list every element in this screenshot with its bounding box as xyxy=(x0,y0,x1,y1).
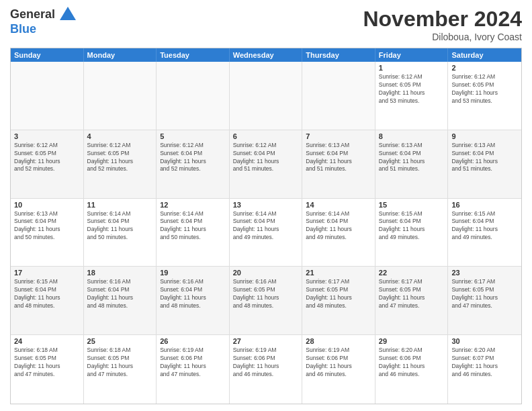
day-info: Sunrise: 6:12 AM Sunset: 6:05 PM Dayligh… xyxy=(379,73,445,105)
day-info: Sunrise: 6:13 AM Sunset: 6:04 PM Dayligh… xyxy=(306,142,371,174)
day-info: Sunrise: 6:14 AM Sunset: 6:04 PM Dayligh… xyxy=(306,210,371,242)
day-number: 5 xyxy=(160,132,226,140)
day-number: 4 xyxy=(87,132,153,140)
day-number: 10 xyxy=(14,201,80,209)
day-info: Sunrise: 6:20 AM Sunset: 6:07 PM Dayligh… xyxy=(451,347,518,379)
location: Diloboua, Ivory Coast xyxy=(363,32,522,42)
day-number: 11 xyxy=(87,201,153,209)
header-day-tuesday: Tuesday xyxy=(157,48,230,62)
cal-cell-1-5 xyxy=(302,62,375,130)
day-info: Sunrise: 6:14 AM Sunset: 6:04 PM Dayligh… xyxy=(233,210,299,242)
week-row-3: 10Sunrise: 6:13 AM Sunset: 6:04 PM Dayli… xyxy=(11,199,521,267)
day-info: Sunrise: 6:17 AM Sunset: 6:05 PM Dayligh… xyxy=(379,278,445,310)
day-info: Sunrise: 6:14 AM Sunset: 6:04 PM Dayligh… xyxy=(87,210,153,242)
day-info: Sunrise: 6:18 AM Sunset: 6:05 PM Dayligh… xyxy=(14,347,80,379)
cal-cell-4-5: 21Sunrise: 6:17 AM Sunset: 6:05 PM Dayli… xyxy=(302,267,375,334)
day-number: 27 xyxy=(233,337,299,345)
cal-cell-5-5: 28Sunrise: 6:19 AM Sunset: 6:06 PM Dayli… xyxy=(302,335,375,404)
day-number: 14 xyxy=(306,201,371,209)
day-info: Sunrise: 6:19 AM Sunset: 6:06 PM Dayligh… xyxy=(306,347,371,379)
day-number: 16 xyxy=(451,201,518,209)
cal-cell-2-6: 8Sunrise: 6:13 AM Sunset: 6:04 PM Daylig… xyxy=(375,130,449,198)
logo-text: General Blue xyxy=(10,7,76,36)
day-number: 28 xyxy=(306,337,371,345)
cal-cell-5-3: 26Sunrise: 6:19 AM Sunset: 6:06 PM Dayli… xyxy=(157,335,230,404)
header-day-thursday: Thursday xyxy=(302,48,375,62)
cal-cell-4-7: 23Sunrise: 6:17 AM Sunset: 6:05 PM Dayli… xyxy=(448,267,521,334)
day-number: 18 xyxy=(87,269,153,277)
calendar-body: 1Sunrise: 6:12 AM Sunset: 6:05 PM Daylig… xyxy=(11,62,521,404)
cal-cell-3-5: 14Sunrise: 6:14 AM Sunset: 6:04 PM Dayli… xyxy=(302,199,375,267)
cal-cell-2-2: 4Sunrise: 6:12 AM Sunset: 6:05 PM Daylig… xyxy=(84,130,157,198)
logo: General Blue xyxy=(10,7,76,36)
day-info: Sunrise: 6:12 AM Sunset: 6:05 PM Dayligh… xyxy=(14,142,80,174)
header-day-monday: Monday xyxy=(84,48,157,62)
day-number: 29 xyxy=(379,337,445,345)
cal-cell-5-6: 29Sunrise: 6:20 AM Sunset: 6:06 PM Dayli… xyxy=(375,335,449,404)
cal-cell-2-5: 7Sunrise: 6:13 AM Sunset: 6:04 PM Daylig… xyxy=(302,130,375,198)
day-number: 3 xyxy=(14,132,80,140)
cal-cell-3-4: 13Sunrise: 6:14 AM Sunset: 6:04 PM Dayli… xyxy=(230,199,303,267)
day-number: 25 xyxy=(87,337,153,345)
cal-cell-1-2 xyxy=(84,62,157,130)
cal-cell-1-6: 1Sunrise: 6:12 AM Sunset: 6:05 PM Daylig… xyxy=(375,62,449,130)
page: General Blue November 2024 Diloboua, Ivo… xyxy=(0,0,532,411)
cal-cell-4-4: 20Sunrise: 6:16 AM Sunset: 6:05 PM Dayli… xyxy=(230,267,303,334)
cal-cell-1-7: 2Sunrise: 6:12 AM Sunset: 6:05 PM Daylig… xyxy=(448,62,521,130)
week-row-4: 17Sunrise: 6:15 AM Sunset: 6:04 PM Dayli… xyxy=(11,267,521,335)
day-info: Sunrise: 6:19 AM Sunset: 6:06 PM Dayligh… xyxy=(160,347,226,379)
day-number: 17 xyxy=(14,269,80,277)
day-info: Sunrise: 6:18 AM Sunset: 6:05 PM Dayligh… xyxy=(87,347,153,379)
cal-cell-5-2: 25Sunrise: 6:18 AM Sunset: 6:05 PM Dayli… xyxy=(84,335,157,404)
cal-cell-4-1: 17Sunrise: 6:15 AM Sunset: 6:04 PM Dayli… xyxy=(11,267,84,334)
week-row-5: 24Sunrise: 6:18 AM Sunset: 6:05 PM Dayli… xyxy=(11,335,521,404)
day-number: 2 xyxy=(451,64,518,72)
day-number: 19 xyxy=(160,269,226,277)
cal-cell-1-1 xyxy=(11,62,84,130)
cal-cell-2-3: 5Sunrise: 6:12 AM Sunset: 6:04 PM Daylig… xyxy=(157,130,230,198)
cal-cell-1-4 xyxy=(230,62,303,130)
cal-cell-5-1: 24Sunrise: 6:18 AM Sunset: 6:05 PM Dayli… xyxy=(11,335,84,404)
day-number: 1 xyxy=(379,64,445,72)
cal-cell-2-7: 9Sunrise: 6:13 AM Sunset: 6:04 PM Daylig… xyxy=(448,130,521,198)
header-day-saturday: Saturday xyxy=(448,48,521,62)
day-info: Sunrise: 6:17 AM Sunset: 6:05 PM Dayligh… xyxy=(451,278,518,310)
day-number: 26 xyxy=(160,337,226,345)
day-info: Sunrise: 6:19 AM Sunset: 6:06 PM Dayligh… xyxy=(233,347,299,379)
day-info: Sunrise: 6:13 AM Sunset: 6:04 PM Dayligh… xyxy=(14,210,80,242)
day-info: Sunrise: 6:13 AM Sunset: 6:04 PM Dayligh… xyxy=(379,142,445,174)
cal-cell-2-4: 6Sunrise: 6:12 AM Sunset: 6:04 PM Daylig… xyxy=(230,130,303,198)
header-day-friday: Friday xyxy=(375,48,449,62)
logo-blue: Blue xyxy=(10,22,36,36)
day-number: 22 xyxy=(379,269,445,277)
day-info: Sunrise: 6:12 AM Sunset: 6:05 PM Dayligh… xyxy=(451,73,518,105)
calendar-header: SundayMondayTuesdayWednesdayThursdayFrid… xyxy=(11,48,521,62)
day-info: Sunrise: 6:15 AM Sunset: 6:04 PM Dayligh… xyxy=(14,278,80,310)
week-row-2: 3Sunrise: 6:12 AM Sunset: 6:05 PM Daylig… xyxy=(11,130,521,199)
day-number: 20 xyxy=(233,269,299,277)
day-info: Sunrise: 6:14 AM Sunset: 6:04 PM Dayligh… xyxy=(160,210,226,242)
svg-marker-0 xyxy=(60,7,76,20)
day-info: Sunrise: 6:12 AM Sunset: 6:05 PM Dayligh… xyxy=(87,142,153,174)
week-row-1: 1Sunrise: 6:12 AM Sunset: 6:05 PM Daylig… xyxy=(11,62,521,130)
day-number: 21 xyxy=(306,269,371,277)
header: General Blue November 2024 Diloboua, Ivo… xyxy=(10,7,522,42)
day-info: Sunrise: 6:20 AM Sunset: 6:06 PM Dayligh… xyxy=(379,347,445,379)
day-info: Sunrise: 6:15 AM Sunset: 6:04 PM Dayligh… xyxy=(451,210,518,242)
day-info: Sunrise: 6:12 AM Sunset: 6:04 PM Dayligh… xyxy=(160,142,226,174)
cal-cell-3-1: 10Sunrise: 6:13 AM Sunset: 6:04 PM Dayli… xyxy=(11,199,84,267)
day-number: 8 xyxy=(379,132,445,140)
month-title: November 2024 xyxy=(363,7,522,32)
cal-cell-3-2: 11Sunrise: 6:14 AM Sunset: 6:04 PM Dayli… xyxy=(84,199,157,267)
day-info: Sunrise: 6:13 AM Sunset: 6:04 PM Dayligh… xyxy=(451,142,518,174)
day-number: 23 xyxy=(451,269,518,277)
day-number: 6 xyxy=(233,132,299,140)
day-number: 9 xyxy=(451,132,518,140)
day-info: Sunrise: 6:12 AM Sunset: 6:04 PM Dayligh… xyxy=(233,142,299,174)
cal-cell-3-3: 12Sunrise: 6:14 AM Sunset: 6:04 PM Dayli… xyxy=(157,199,230,267)
day-info: Sunrise: 6:15 AM Sunset: 6:04 PM Dayligh… xyxy=(379,210,445,242)
calendar: SundayMondayTuesdayWednesdayThursdayFrid… xyxy=(10,48,522,404)
cal-cell-4-6: 22Sunrise: 6:17 AM Sunset: 6:05 PM Dayli… xyxy=(375,267,449,334)
day-number: 12 xyxy=(160,201,226,209)
day-number: 7 xyxy=(306,132,371,140)
